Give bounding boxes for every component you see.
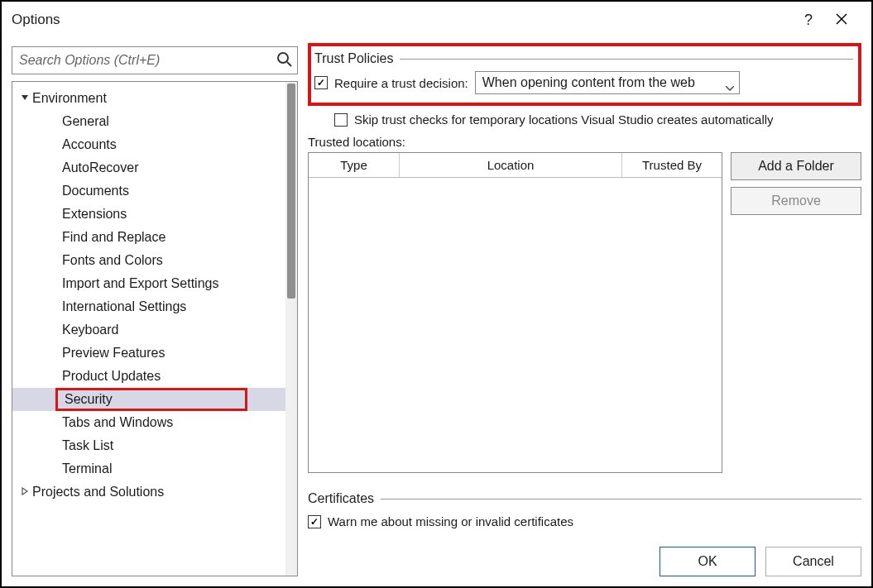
skip-trust-checkbox[interactable] [334,113,348,127]
scrollbar-thumb[interactable] [287,84,295,299]
selected-highlight: Security [55,388,247,411]
remove-button[interactable]: Remove [731,187,861,215]
tree-item-label: Projects and Solutions [32,485,164,500]
options-dialog: Options ? EnvironmentGeneralAccountsAuto… [0,0,873,588]
tree-item-label: Import and Export Settings [62,276,218,291]
close-icon[interactable] [825,12,858,29]
tree-item-label: Keyboard [62,323,119,337]
col-location[interactable]: Location [400,153,622,177]
tree-item-preview-features[interactable]: Preview Features [12,342,297,365]
tree-item-security[interactable]: Security [12,388,297,411]
tree-item-keyboard[interactable]: Keyboard [12,318,297,342]
search-icon [276,51,293,68]
tree-item-international-settings[interactable]: International Settings [12,295,297,318]
tree-item-label: Tabs and Windows [62,415,173,430]
ok-button[interactable]: OK [660,547,755,576]
group-label-trust: Trust Policies [314,51,393,66]
tree-item-autorecover[interactable]: AutoRecover [12,156,297,179]
tree-item-product-updates[interactable]: Product Updates [12,365,297,388]
options-tree: EnvironmentGeneralAccountsAutoRecoverDoc… [12,81,298,576]
require-trust-label: Require a trust decision: [334,76,468,90]
tree-item-label: Product Updates [62,369,161,384]
tree-item-label: Find and Replace [62,230,165,245]
divider [400,59,853,60]
svg-line-3 [287,62,291,66]
tree-item-label: Preview Features [62,346,165,361]
tree-item-label: Extensions [62,207,127,222]
tree-item-label: AutoRecover [62,160,139,175]
divider [381,499,861,500]
tree-item-find-and-replace[interactable]: Find and Replace [12,226,297,249]
tree-item-projects-and-solutions[interactable]: Projects and Solutions [12,480,297,504]
scrollbar[interactable] [285,82,297,576]
chevron-right-icon[interactable] [21,486,32,498]
warn-certificates-label: Warn me about missing or invalid certifi… [328,514,573,528]
tree-item-label: Task List [62,438,113,453]
tree-item-task-list[interactable]: Task List [12,434,297,457]
dropdown-value: When opening content from the web [482,75,695,90]
help-icon[interactable]: ? [792,12,825,29]
tree-item-label: Accounts [62,137,117,152]
tree-item-import-and-export-settings[interactable]: Import and Export Settings [12,272,297,295]
tree-item-tabs-and-windows[interactable]: Tabs and Windows [12,411,297,434]
tree-item-label: Documents [62,184,129,198]
warn-certificates-checkbox[interactable] [308,515,321,528]
cancel-button[interactable]: Cancel [765,547,861,576]
tree-item-label: Fonts and Colors [62,253,163,268]
tree-item-environment[interactable]: Environment [12,87,297,110]
trusted-locations-label: Trusted locations: [308,135,861,149]
table-body-empty [309,178,722,472]
tree-item-extensions[interactable]: Extensions [12,203,297,226]
trusted-locations-table[interactable]: Type Location Trusted By [308,152,722,473]
tree-item-terminal[interactable]: Terminal [12,457,297,480]
tree-item-general[interactable]: General [12,110,297,133]
tree-item-label: International Settings [62,299,186,314]
trust-scope-dropdown[interactable]: When opening content from the web [475,71,740,94]
titlebar: Options ? [2,2,871,38]
tree-item-label: General [62,114,109,129]
tree-item-label: Environment [32,91,107,106]
svg-point-2 [278,53,288,63]
skip-trust-label: Skip trust checks for temporary location… [354,112,774,127]
tree-item-fonts-and-colors[interactable]: Fonts and Colors [12,249,297,272]
chevron-down-icon [726,79,734,94]
tree-item-accounts[interactable]: Accounts [12,133,297,156]
search-input[interactable] [12,46,298,74]
col-type[interactable]: Type [309,153,400,177]
group-label-certificates: Certificates [308,491,374,506]
search-options[interactable] [12,46,298,74]
tree-item-label: Terminal [62,461,112,476]
col-trusted-by[interactable]: Trusted By [622,153,722,177]
require-trust-checkbox[interactable] [314,76,328,89]
window-title: Options [12,12,792,28]
trust-policies-highlight: Trust Policies Require a trust decision:… [308,43,861,106]
tree-item-documents[interactable]: Documents [12,179,297,203]
chevron-down-icon[interactable] [21,93,32,104]
add-folder-button[interactable]: Add a Folder [731,152,861,180]
